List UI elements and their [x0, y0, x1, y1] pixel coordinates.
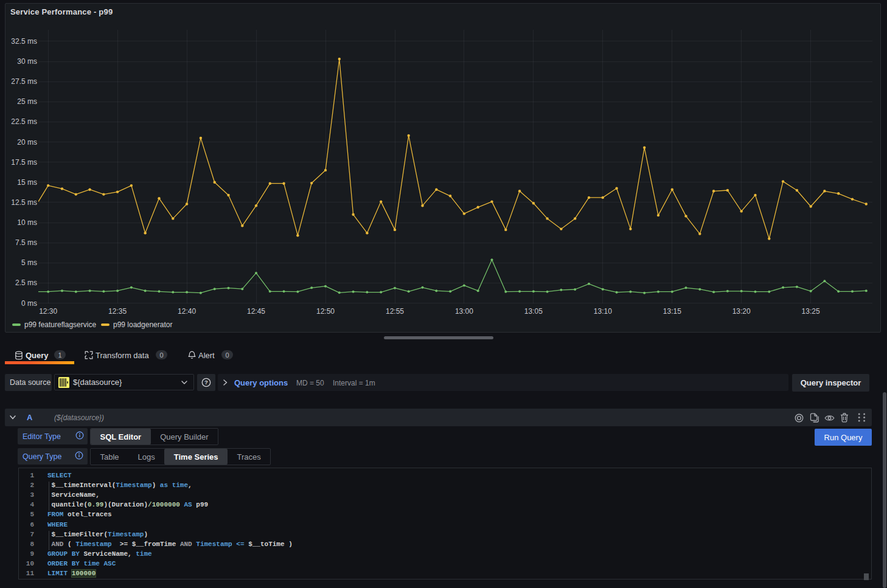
svg-text:12:40: 12:40 — [178, 307, 196, 316]
svg-text:7.5 ms: 7.5 ms — [15, 238, 37, 247]
svg-text:13:05: 13:05 — [524, 307, 543, 316]
svg-text:12:50: 12:50 — [316, 307, 335, 316]
svg-text:13:00: 13:00 — [455, 307, 473, 316]
svg-text:12.5 ms: 12.5 ms — [11, 198, 37, 207]
svg-text:27.5 ms: 27.5 ms — [11, 77, 37, 86]
svg-text:2.5 ms: 2.5 ms — [15, 278, 37, 287]
svg-text:0 ms: 0 ms — [21, 299, 37, 308]
svg-text:13:20: 13:20 — [732, 307, 751, 316]
svg-text:?: ? — [204, 379, 208, 386]
svg-text:30 ms: 30 ms — [17, 57, 37, 66]
svg-text:12:55: 12:55 — [386, 307, 404, 316]
svg-text:13:10: 13:10 — [594, 307, 612, 316]
svg-text:25 ms: 25 ms — [17, 97, 37, 106]
svg-text:13:25: 13:25 — [802, 307, 820, 316]
svg-text:13:15: 13:15 — [663, 307, 681, 316]
svg-text:12:30: 12:30 — [39, 307, 57, 316]
svg-text:17.5 ms: 17.5 ms — [11, 158, 37, 167]
svg-text:15 ms: 15 ms — [17, 178, 37, 187]
svg-text:5 ms: 5 ms — [21, 258, 37, 267]
svg-text:32.5 ms: 32.5 ms — [11, 37, 37, 46]
svg-text:12:35: 12:35 — [108, 307, 127, 316]
svg-text:20 ms: 20 ms — [17, 138, 37, 147]
svg-text:10 ms: 10 ms — [17, 218, 37, 227]
svg-text:22.5 ms: 22.5 ms — [11, 117, 37, 126]
svg-text:12:45: 12:45 — [247, 307, 265, 316]
